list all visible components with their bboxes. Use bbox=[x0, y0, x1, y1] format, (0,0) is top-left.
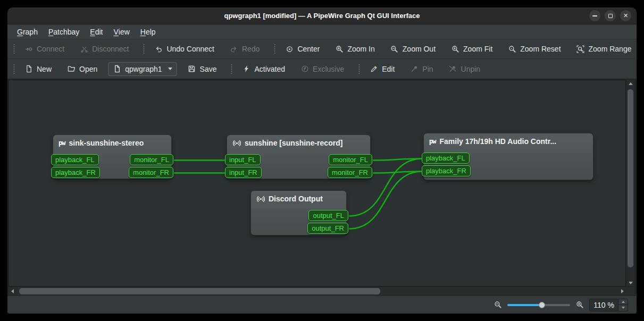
exclusive-label: Exclusive bbox=[313, 65, 344, 73]
pipewire-icon: pw bbox=[58, 139, 65, 147]
vertical-scrollbar[interactable] bbox=[626, 80, 634, 286]
up-arrow-icon bbox=[629, 82, 633, 85]
up-arrow-icon bbox=[622, 301, 625, 303]
node-sink[interactable]: pwsink-sunshine-stereoplayback_FLplaybac… bbox=[53, 134, 172, 179]
node-discord[interactable]: Discord Outputoutput_FLoutput_FR bbox=[250, 190, 347, 235]
port-playback_FL[interactable]: playback_FL bbox=[422, 153, 470, 164]
toolbar-drag-handle[interactable] bbox=[273, 44, 276, 54]
zoom-fit-button[interactable]: Zoom Fit bbox=[446, 42, 497, 56]
center-icon bbox=[285, 45, 294, 53]
connect-label: Connect bbox=[37, 45, 64, 53]
port-playback_FL[interactable]: playback_FL bbox=[51, 154, 99, 165]
pencil-icon bbox=[370, 65, 378, 73]
port-monitor_FR[interactable]: monitor_FR bbox=[328, 167, 372, 178]
exclusive-icon bbox=[300, 65, 309, 73]
horizontal-scrollbar[interactable] bbox=[9, 287, 626, 295]
zoom-slider-fill bbox=[507, 304, 542, 306]
save-label: Save bbox=[200, 65, 217, 73]
titlebar[interactable]: qpwgraph1 [modified] — A PipeWire Graph … bbox=[7, 7, 637, 24]
close-icon: ✕ bbox=[623, 13, 628, 19]
connections-layer bbox=[9, 80, 625, 286]
edit-button[interactable]: Edit bbox=[365, 62, 399, 76]
zoom-spin-down[interactable] bbox=[618, 305, 628, 311]
port-monitor_FR[interactable]: monitor_FR bbox=[129, 167, 173, 178]
app-window: qpwgraph1 [modified] — A PipeWire Graph … bbox=[7, 7, 637, 314]
new-button[interactable]: New bbox=[20, 62, 56, 76]
zoom-in-icon bbox=[335, 45, 344, 53]
undo-label: Undo Connect bbox=[166, 45, 214, 53]
scroll-up-arrow[interactable] bbox=[626, 80, 634, 87]
zoom-in-small-icon[interactable] bbox=[575, 301, 584, 309]
pin-icon bbox=[410, 65, 419, 73]
connect-icon bbox=[24, 45, 33, 53]
minimize-button[interactable] bbox=[589, 10, 600, 21]
horizontal-scrollbar-thumb[interactable] bbox=[19, 288, 381, 294]
toolbar-drag-handle[interactable] bbox=[143, 44, 145, 54]
unpin-icon bbox=[449, 65, 457, 73]
port-input_FR[interactable]: input_FR bbox=[225, 167, 262, 178]
port-output_FR[interactable]: output_FR bbox=[307, 223, 348, 234]
save-button[interactable]: Save bbox=[183, 62, 222, 76]
menu-help[interactable]: Help bbox=[135, 24, 161, 39]
node-sunshine[interactable]: sunshine [sunshine-record]input_FLinput_… bbox=[227, 134, 371, 179]
menu-view[interactable]: View bbox=[108, 24, 135, 39]
patchbay-file-dropdown[interactable]: qpwgraph1 bbox=[108, 62, 177, 76]
node-header: pwsink-sunshine-stereo bbox=[53, 135, 171, 147]
port-monitor_FL[interactable]: monitor_FL bbox=[329, 154, 372, 165]
toolbar-drag-handle[interactable] bbox=[358, 64, 361, 74]
zoom-range-button[interactable]: Zoom Range bbox=[572, 42, 637, 56]
scroll-down-arrow[interactable] bbox=[626, 279, 634, 286]
node-header: sunshine [sunshine-record] bbox=[227, 135, 370, 147]
zoom-spin-up[interactable] bbox=[618, 299, 628, 306]
node-title: sink-sunshine-stereo bbox=[69, 139, 144, 147]
zoom-out-icon bbox=[390, 45, 399, 53]
scroll-left-arrow[interactable] bbox=[9, 287, 16, 295]
center-button[interactable]: Center bbox=[280, 42, 324, 56]
open-button[interactable]: Open bbox=[62, 62, 102, 76]
zoom-value: 110 % bbox=[590, 301, 618, 309]
connection-cable[interactable] bbox=[349, 172, 422, 229]
graph-canvas[interactable]: pwsink-sunshine-stereoplayback_FLplaybac… bbox=[9, 80, 626, 286]
zoom-out-button[interactable]: Zoom Out bbox=[386, 42, 440, 56]
zoom-slider[interactable] bbox=[507, 301, 570, 309]
connect-button[interactable]: Connect bbox=[20, 42, 69, 56]
zoom-out-label: Zoom Out bbox=[403, 45, 436, 53]
menu-edit[interactable]: Edit bbox=[85, 24, 108, 39]
right-arrow-icon bbox=[621, 289, 624, 293]
redo-button[interactable]: Redo bbox=[225, 42, 264, 56]
scroll-right-arrow[interactable] bbox=[618, 287, 626, 295]
file-icon bbox=[113, 65, 121, 73]
pin-button[interactable]: Pin bbox=[405, 62, 438, 76]
menu-graph[interactable]: Graph bbox=[12, 24, 43, 39]
zoom-out-small-icon[interactable] bbox=[494, 301, 502, 309]
save-icon bbox=[188, 65, 196, 73]
port-monitor_FL[interactable]: monitor_FL bbox=[130, 154, 173, 165]
exclusive-toggle[interactable]: Exclusive bbox=[296, 62, 349, 76]
node-family[interactable]: pwFamily 17h/19h HD Audio Contr...playba… bbox=[423, 133, 593, 180]
toolbar-drag-handle[interactable] bbox=[230, 64, 233, 74]
port-playback_FR[interactable]: playback_FR bbox=[422, 165, 471, 176]
undo-connect-button[interactable]: Undo Connect bbox=[149, 42, 219, 56]
lightning-bolt-icon bbox=[242, 65, 250, 73]
zoom-in-button[interactable]: Zoom In bbox=[330, 42, 379, 56]
graph-area: pwsink-sunshine-stereoplayback_FLplaybac… bbox=[7, 79, 637, 295]
menu-patchbay[interactable]: Patchbay bbox=[43, 24, 85, 39]
toolbar-drag-handle[interactable] bbox=[13, 64, 15, 74]
zoom-slider-handle[interactable] bbox=[539, 302, 545, 308]
zoom-range-icon bbox=[576, 45, 585, 53]
left-arrow-icon bbox=[11, 289, 14, 293]
zoom-fit-icon bbox=[451, 45, 459, 53]
maximize-button[interactable] bbox=[605, 10, 616, 21]
activated-toggle[interactable]: Activated bbox=[237, 62, 290, 76]
port-playback_FR[interactable]: playback_FR bbox=[51, 167, 100, 178]
zoom-spinbox[interactable]: 110 % bbox=[589, 299, 628, 311]
toolbar-drag-handle[interactable] bbox=[13, 44, 15, 54]
stream-icon bbox=[232, 139, 241, 147]
port-output_FL[interactable]: output_FL bbox=[308, 210, 348, 221]
zoom-reset-button[interactable]: Zoom Reset bbox=[503, 42, 565, 56]
unpin-button[interactable]: Unpin bbox=[444, 62, 486, 76]
close-button[interactable]: ✕ bbox=[620, 10, 631, 21]
port-input_FL[interactable]: input_FL bbox=[225, 154, 261, 165]
vertical-scrollbar-thumb[interactable] bbox=[628, 89, 633, 268]
disconnect-button[interactable]: Disconnect bbox=[75, 42, 133, 56]
